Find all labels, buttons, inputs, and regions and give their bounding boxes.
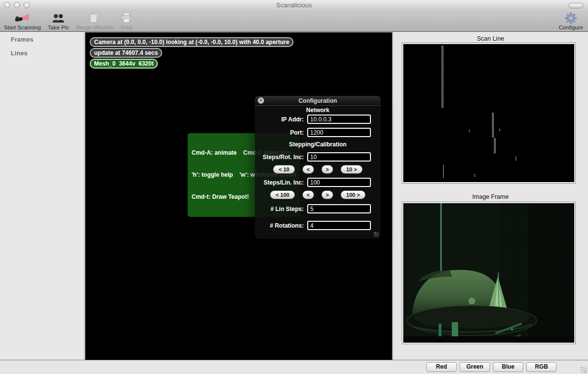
blue-channel-button[interactable]: Blue xyxy=(493,362,523,372)
content-area: Frames Lines Camera at (0.0, 0.0, -10.0)… xyxy=(0,32,588,360)
sidebar: Frames Lines xyxy=(0,32,85,360)
rotations-label: # Rotations: xyxy=(270,222,304,229)
ip-addr-field[interactable] xyxy=(307,115,371,124)
scan-line-title: Scan Line xyxy=(393,35,588,42)
steps-rot-inc-label: Steps/Rot. Inc: xyxy=(263,154,304,161)
print-label: Print xyxy=(121,24,132,30)
window-title: Scanalicious xyxy=(0,1,588,9)
network-section-header: Network xyxy=(255,107,381,114)
merge-meshes-button[interactable]: Merge Meshes xyxy=(76,12,113,31)
take-pic-button[interactable]: Take Pic xyxy=(48,12,69,31)
pages-icon xyxy=(88,12,101,24)
panel-resize-grip[interactable] xyxy=(374,232,379,237)
image-frame-title: Image Frame xyxy=(393,193,588,200)
lin-inc-button[interactable]: > xyxy=(321,190,333,199)
lin-steps-label: # Lin Steps: xyxy=(270,206,304,212)
toolbar-toggle-pill[interactable] xyxy=(569,3,583,8)
gear-icon xyxy=(564,12,577,24)
steps-lin-inc-field[interactable] xyxy=(307,178,371,187)
mesh-info-pill: Mesh_0 3644v 6320t xyxy=(90,59,158,69)
rot-dec-button[interactable]: < xyxy=(302,165,314,174)
rot-inc-button[interactable]: > xyxy=(321,165,333,174)
rotations-field[interactable] xyxy=(307,221,371,230)
ip-addr-label: IP Addr: xyxy=(281,116,304,123)
lin-inc-100-button[interactable]: 100 > xyxy=(341,190,366,199)
lin-steps-field[interactable] xyxy=(307,204,371,213)
sidebar-item-lines[interactable]: Lines xyxy=(0,46,84,60)
configuration-panel-titlebar[interactable]: ✕ Configuration xyxy=(255,96,381,106)
app-window: Scanalicious Start Scanning xyxy=(0,0,588,374)
image-frame-photo xyxy=(403,203,574,343)
take-pic-label: Take Pic xyxy=(48,24,69,30)
update-info-pill: update at 74607.4 secs xyxy=(90,48,162,58)
port-field[interactable] xyxy=(307,128,371,137)
sidebar-item-frames[interactable]: Frames xyxy=(0,32,84,46)
start-scanning-label: Start Scanning xyxy=(4,24,41,30)
rot-dec-10-button[interactable]: < 10 xyxy=(273,165,295,174)
port-label: Port: xyxy=(290,129,304,136)
configure-button[interactable]: Configure xyxy=(559,12,583,31)
print-button[interactable]: Print xyxy=(120,12,133,31)
rot-inc-10-button[interactable]: 10 > xyxy=(341,165,363,174)
rgb-channel-button[interactable]: RGB xyxy=(526,362,557,372)
lin-dec-100-button[interactable]: < 100 xyxy=(270,190,295,199)
camera-info-pill: Camera at (0.0, 0.0, -10.0) looking at (… xyxy=(90,37,294,47)
scan-line-plot xyxy=(403,44,574,182)
lin-dec-button[interactable]: < xyxy=(302,190,314,199)
preview-panel: Scan Line Image Frame xyxy=(392,32,588,360)
title-bar: Scanalicious xyxy=(0,0,588,11)
steps-rot-inc-field[interactable] xyxy=(307,152,371,162)
stepping-section-header: Stepping/Calibration xyxy=(255,141,381,148)
configuration-panel-title: Configuration xyxy=(255,97,381,104)
printer-icon xyxy=(120,12,133,24)
scan-line-view xyxy=(402,43,576,184)
steps-lin-inc-label: Steps/Lin. Inc: xyxy=(264,179,304,186)
configure-label: Configure xyxy=(559,24,583,30)
gl-canvas[interactable]: Camera at (0.0, 0.0, -10.0) looking at (… xyxy=(85,32,392,360)
people-icon xyxy=(51,12,65,24)
rotation-step-buttons: < 10 < > 10 > xyxy=(255,164,381,174)
configuration-panel: ✕ Configuration Network IP Addr: Port: S… xyxy=(255,96,381,239)
window-resize-grip[interactable] xyxy=(581,367,587,373)
toolbar: Start Scanning Take Pic Merge Meshes xyxy=(0,11,588,32)
green-channel-button[interactable]: Green xyxy=(460,362,490,372)
start-scanning-button[interactable]: Start Scanning xyxy=(4,12,41,31)
red-channel-button[interactable]: Red xyxy=(426,362,457,372)
scanner-icon xyxy=(15,12,30,24)
image-frame-view xyxy=(402,202,576,344)
channel-bar: Red Green Blue RGB xyxy=(0,360,588,374)
merge-meshes-label: Merge Meshes xyxy=(76,24,113,30)
linear-step-buttons: < 100 < > 100 > xyxy=(255,190,381,199)
